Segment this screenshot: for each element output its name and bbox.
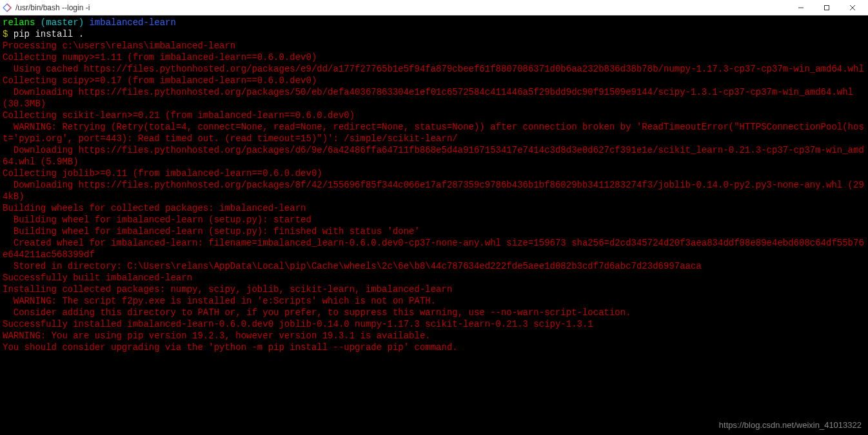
output-line: Downloading https://files.pythonhosted.o… [3,87,858,109]
close-button[interactable] [840,0,865,15]
terminal-content: relans (master) imbalanced-learn $ pip i… [3,17,865,353]
output-line: Created wheel for imbalanced-learn: file… [3,238,864,260]
prompt-branch: master [46,17,78,28]
output-line: Successfully installed imbalanced-learn-… [3,319,593,329]
output-line: WARNING: The script f2py.exe is installe… [3,296,436,306]
output-line: Building wheel for imbalanced-learn (set… [3,226,420,237]
branch-close: ) [79,17,84,28]
output-line: Using cached https://files.pythonhosted.… [3,64,864,74]
app-icon [3,3,12,12]
maximize-button[interactable] [814,0,840,15]
prompt-dollar: $ [3,29,8,39]
output-line: Collecting numpy>=1.11 (from imbalanced-… [3,52,317,63]
prompt-user: relans [3,17,35,28]
output-line: You should consider upgrading via the 'p… [3,342,458,353]
output-line: WARNING: Retrying (Retry(total=4, connec… [3,122,864,144]
svg-line-3 [850,5,855,10]
terminal-viewport[interactable]: relans (master) imbalanced-learn $ pip i… [0,15,868,435]
window-title: /usr/bin/bash --login -i [15,3,90,12]
output-line: Building wheel for imbalanced-learn (set… [3,215,311,225]
title-bar: /usr/bin/bash --login -i [0,0,868,15]
minimize-button[interactable] [788,0,814,15]
output-line: Collecting scikit-learn>=0.21 (from imba… [3,110,355,121]
command-text: pip install . [14,29,84,39]
output-line: Downloading https://files.pythonhosted.o… [3,180,864,202]
output-line: Successfully built imbalanced-learn [3,273,192,283]
output-line: Processing c:\users\relans\imbalanced-le… [3,41,235,51]
watermark-text: https://blog.csdn.net/weixin_41013322 [719,420,862,430]
output-line: Building wheels for collected packages: … [3,203,306,213]
output-line: Installing collected packages: numpy, sc… [3,284,452,295]
branch-open: ( [41,17,46,28]
svg-rect-1 [825,5,829,10]
output-line: WARNING: You are using pip version 19.2.… [3,331,431,341]
output-line: Collecting scipy>=0.17 (from imbalanced-… [3,75,317,86]
output-line: Stored in directory: C:\Users\relans\App… [3,261,702,271]
output-line: Collecting joblib>=0.11 (from imbalanced… [3,168,322,179]
svg-line-2 [850,5,855,10]
output-line: Consider adding this directory to PATH o… [3,307,631,318]
output-line: Downloading https://files.pythonhosted.o… [3,145,864,167]
prompt-repo: imbalanced-learn [89,17,175,28]
